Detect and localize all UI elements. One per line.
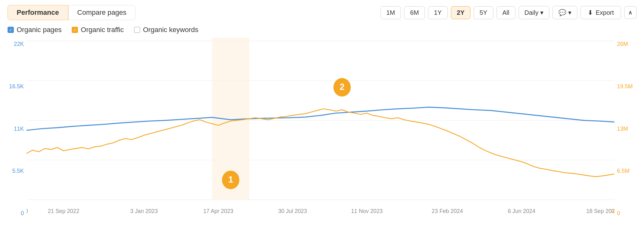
- chart-svg: 1 2 0 21 Sep 2022 3 Jan 2023 17 Apr 2023…: [26, 38, 614, 226]
- x-label-0: 0: [26, 207, 28, 214]
- y-axis-right: 26M 19.5M 13M 6.5M 0: [614, 38, 636, 226]
- y-axis-left: 22K 16.5K 11K 5.5K 0: [8, 38, 26, 226]
- x-label-sep2024: 18 Sep 2024: [586, 207, 614, 214]
- y-label-right-13m: 13M: [614, 126, 636, 132]
- period-1m[interactable]: 1M: [380, 6, 401, 19]
- chart-container: 22K 16.5K 11K 5.5K 0 26M 19.5M 13M 6.5M …: [8, 38, 636, 226]
- x-label-feb2024: 23 Feb 2024: [432, 207, 463, 214]
- x-label-nov2023: 11 Nov 2023: [351, 207, 382, 214]
- y-label-55k: 5.5K: [8, 168, 26, 174]
- legend-organic-keywords[interactable]: Organic keywords: [134, 26, 198, 34]
- checkmark-icon: ✓: [9, 28, 13, 32]
- x-label-jun2024: 6 Jun 2024: [508, 207, 536, 214]
- chevron-up-icon: ∧: [628, 9, 632, 16]
- controls-right: 1M 6M 1Y 2Y 5Y All Daily ▾ 💬 ▾ ⬇ Export …: [380, 6, 637, 19]
- period-all[interactable]: All: [497, 6, 515, 19]
- y-label-right-0: 0: [614, 210, 636, 217]
- annotation-2-text: 2: [340, 81, 344, 92]
- export-button[interactable]: ⬇ Export: [580, 6, 621, 19]
- legend-row: ✓ Organic pages ✓ Organic traffic Organi…: [8, 26, 636, 34]
- period-2y[interactable]: 2Y: [451, 6, 470, 19]
- y-label-right-195m: 19.5M: [614, 83, 636, 90]
- annotation-1-text: 1: [228, 174, 233, 184]
- chevron-down-icon-2: ▾: [568, 9, 571, 16]
- y-label-22k: 22K: [8, 41, 26, 47]
- chevron-down-icon: ▾: [540, 9, 543, 16]
- y-label-165k: 16.5K: [8, 83, 26, 90]
- organic-traffic-line: [26, 109, 614, 177]
- y-label-right-65m: 6.5M: [614, 168, 636, 174]
- legend-label-organic-traffic: Organic traffic: [81, 26, 124, 34]
- tab-compare-pages[interactable]: Compare pages: [68, 5, 136, 20]
- period-5y[interactable]: 5Y: [474, 6, 493, 19]
- legend-organic-traffic[interactable]: ✓ Organic traffic: [72, 26, 124, 34]
- x-label-jan2023: 3 Jan 2023: [130, 207, 158, 214]
- y-label-right-26m: 26M: [614, 41, 636, 47]
- checkbox-organic-traffic[interactable]: ✓: [72, 27, 78, 33]
- legend-organic-pages[interactable]: ✓ Organic pages: [8, 26, 62, 34]
- y-label-0: 0: [8, 210, 26, 217]
- download-icon: ⬇: [588, 9, 593, 16]
- period-6m[interactable]: 6M: [404, 6, 425, 19]
- legend-label-organic-pages: Organic pages: [17, 26, 62, 34]
- comment-icon: 💬: [558, 9, 566, 16]
- period-1y[interactable]: 1Y: [428, 6, 447, 19]
- collapse-button[interactable]: ∧: [624, 6, 636, 19]
- checkmark-icon-2: ✓: [73, 28, 77, 32]
- x-label-sep2022: 21 Sep 2022: [48, 207, 79, 214]
- x-label-jul2023: 30 Jul 2023: [278, 207, 307, 214]
- y-label-11k: 11K: [8, 126, 26, 132]
- header-row: Performance Compare pages 1M 6M 1Y 2Y 5Y…: [8, 5, 636, 20]
- checkbox-organic-keywords[interactable]: [134, 27, 140, 33]
- x-label-apr2023: 17 Apr 2023: [203, 207, 233, 214]
- comment-dropdown[interactable]: 💬 ▾: [552, 6, 577, 19]
- daily-dropdown[interactable]: Daily ▾: [519, 6, 549, 19]
- tab-group: Performance Compare pages: [8, 5, 136, 20]
- chart-inner: 1 2 0 21 Sep 2022 3 Jan 2023 17 Apr 2023…: [26, 38, 614, 226]
- tab-performance[interactable]: Performance: [8, 5, 68, 20]
- legend-label-organic-keywords: Organic keywords: [143, 26, 198, 34]
- organic-pages-line: [26, 107, 614, 130]
- x-label-right-0: 0: [611, 207, 614, 214]
- checkbox-organic-pages[interactable]: ✓: [8, 27, 14, 33]
